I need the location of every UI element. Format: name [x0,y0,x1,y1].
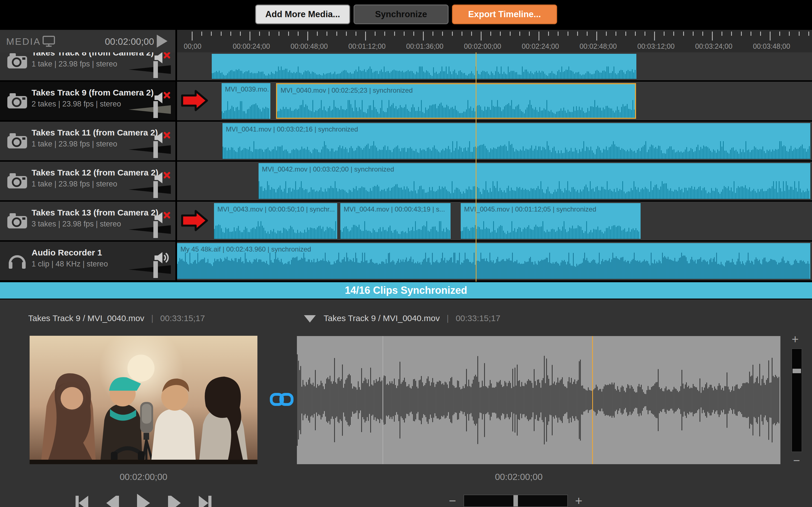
synchronize-button[interactable]: Synchronize [354,4,449,24]
ruler-major-tick [250,32,250,41]
fader-handle[interactable] [153,221,158,238]
ruler-tick [413,32,414,36]
fader-handle[interactable] [153,181,158,198]
track-details: 1 take | 23.98 fps | stereo [32,140,117,149]
fader-handle[interactable] [153,61,158,78]
clip-MVI_0045[interactable]: MVI_0045.mov | 00:01:12;05 | synchronize… [461,203,641,239]
clip-MVI_0039[interactable]: MVI_0039.mo.. [221,83,270,119]
monitor-icon [42,36,55,48]
inspector-timecode: 00:02:00;00 [420,472,617,482]
volume-fader[interactable] [129,141,171,158]
fader-wedge [129,105,171,114]
zoom-in-button[interactable]: + [575,495,582,506]
track-lane[interactable]: MVI_0043.mov | 00:00:50;10 | synchr...MV… [177,202,812,240]
clip-MVI_0043[interactable]: MVI_0043.mov | 00:00:50;10 | synchr... [214,203,337,239]
video-preview[interactable] [30,336,257,464]
ruler-tick [384,32,385,36]
track-name: Takes Track 8 (from Camera 2) [32,52,154,57]
title-separator: | [151,314,153,323]
volume-fader[interactable] [129,61,171,78]
waveform-scale-control: + − [788,333,806,496]
volume-fader[interactable] [129,221,171,238]
ruler-tick [567,32,568,36]
volume-fader[interactable] [129,261,171,278]
track-header[interactable]: Takes Track 11 (from Camera 2)1 take | 2… [0,122,177,160]
preview-clip-title: Takes Track 9 / MVI_0040.mov | 00:33:15;… [28,314,205,323]
ruler-tick [721,32,722,36]
go-to-start-button[interactable] [75,496,88,507]
export-timeline-button[interactable]: Export Timeline... [452,4,557,24]
volume-fader[interactable] [129,101,171,118]
clip-MVI_0040[interactable]: MVI_0040.mov | 00:02:25;23 | synchronize… [276,83,636,119]
ruler-tick [211,32,212,36]
link-sync-icon[interactable] [269,392,294,408]
app-window: Add More Media... Synchronize Export Tim… [0,0,812,507]
track-header[interactable]: Audio Recorder 11 clip | 48 KHz | stereo [0,242,177,280]
step-forward-button[interactable] [168,496,181,507]
clip-dropdown-icon[interactable] [304,315,316,323]
scale-slider-handle[interactable] [793,369,801,373]
track-header[interactable]: Takes Track 9 (from Camera 2)2 takes | 2… [0,82,177,120]
attention-arrow-icon [181,210,208,232]
ruler-timecode-label: 00:03:24;00 [695,42,732,50]
sync-status-banner: 14/16 Clips Synchronized [0,282,812,298]
fader-wedge [129,145,171,154]
ruler-major-tick [539,32,539,41]
track-lane[interactable] [177,52,812,80]
zoom-slider-track[interactable] [463,495,568,507]
track-lane[interactable]: MVI_0041.mov | 00:03:02;16 | synchronize… [177,122,812,160]
preview-timecode: 00:02:00;00 [30,472,257,482]
step-back-button[interactable] [106,496,119,507]
track-row: Takes Track 12 (from Camera 2)1 take | 2… [0,162,812,202]
ruler-major-tick [770,32,770,41]
track-name: Takes Track 13 (from Camera 2) [32,208,158,217]
zoom-slider-handle[interactable] [513,495,518,506]
add-more-media-button[interactable]: Add More Media... [255,4,350,24]
ruler-tick [519,32,520,36]
preview-clip-name: Takes Track 9 / MVI_0040.mov [28,314,144,323]
camera-icon [7,173,27,189]
play-icon[interactable] [157,35,167,48]
fader-wedge [129,265,171,274]
ruler-tick [298,32,299,36]
track-lane[interactable]: MVI_0039.mo..MVI_0040.mov | 00:02:25;23 … [177,82,812,120]
ruler-tick [221,32,221,36]
ruler-tick [346,32,347,36]
clip[interactable] [212,54,637,79]
ruler-tick [433,32,434,36]
track-header[interactable]: Takes Track 13 (from Camera 2)3 takes | … [0,202,177,240]
clip-label: MVI_0043.mov | 00:00:50;10 | synchr... [217,205,336,213]
play-button[interactable] [137,494,150,507]
scale-up-button[interactable]: + [792,333,799,346]
ruler-tick [635,32,636,36]
audio-waveform-panel[interactable] [297,336,780,464]
ruler-major-tick [423,32,424,41]
scale-down-button[interactable]: − [793,454,800,467]
fader-handle[interactable] [153,261,158,278]
clip-MVI_0041[interactable]: MVI_0041.mov | 00:03:02;16 | synchronize… [222,123,810,159]
timeline-ruler[interactable]: 00;0000:00:24;0000:00:48;0000:01:12;0000… [177,30,812,52]
volume-fader[interactable] [129,181,171,198]
track-header[interactable]: Takes Track 12 (from Camera 2)1 take | 2… [0,162,177,200]
track-header[interactable]: Takes Track 8 (from Camera 2)1 take | 23… [0,52,177,80]
timeline-playhead[interactable] [476,52,476,282]
waveform-section-marker [383,336,383,464]
clip-MVI_0042[interactable]: MVI_0042.mov | 00:03:02;00 | synchronize… [259,163,810,199]
fader-handle[interactable] [153,141,158,158]
ruler-tick [326,32,327,36]
track-lane[interactable]: MVI_0042.mov | 00:03:02;00 | synchronize… [177,162,812,200]
track-row: Takes Track 8 (from Camera 2)1 take | 23… [0,52,812,82]
fader-wedge [129,225,171,234]
go-to-end-button[interactable] [199,496,211,507]
zoom-out-button[interactable]: − [449,495,456,506]
track-lane[interactable]: My 45 48k.aif | 00:02:43.960 | synchroni… [177,242,812,280]
clip-MVI_0044[interactable]: MVI_0044.mov | 00:00:43;19 | s... [340,203,451,239]
ruler-major-tick [307,32,308,41]
audio-waveform [297,336,780,464]
waveform-playhead[interactable] [592,336,593,464]
scale-slider-track[interactable] [792,348,802,452]
fader-handle[interactable] [153,101,158,118]
clip-My 45 48k[interactable]: My 45 48k.aif | 00:02:43.960 | synchroni… [177,243,810,279]
ruler-tick [751,32,751,36]
sync-status-text: 14/16 Clips Synchronized [345,284,467,296]
